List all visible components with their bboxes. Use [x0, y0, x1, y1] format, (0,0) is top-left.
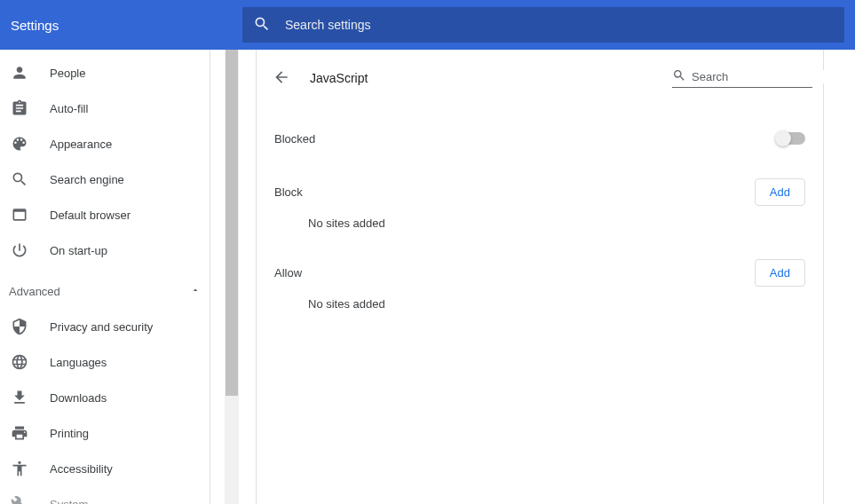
sidebar-item-label: Printing	[50, 427, 89, 440]
sidebar-item-default-browser[interactable]: Default browser	[0, 197, 210, 232]
advanced-toggle[interactable]: Advanced	[0, 273, 210, 309]
sidebar-item-autofill[interactable]: Auto-fill	[0, 91, 210, 126]
app-header: Settings	[0, 0, 855, 50]
block-empty-text: No sites added	[257, 217, 823, 248]
search-icon	[253, 15, 271, 35]
global-search-box[interactable]	[242, 7, 844, 43]
page-title: JavaScript	[310, 71, 368, 85]
browser-icon	[11, 206, 28, 224]
arrow-back-icon	[273, 68, 290, 89]
sidebar-item-label: On start-up	[50, 244, 107, 257]
back-button[interactable]	[267, 64, 296, 92]
globe-icon	[11, 353, 28, 371]
page-search-input[interactable]	[692, 70, 841, 83]
blocked-toggle[interactable]	[777, 132, 805, 145]
sidebar-item-label: Downloads	[50, 391, 107, 405]
sidebar: People Auto-fill Appearance Search engin…	[0, 50, 210, 504]
sidebar-item-people[interactable]: People	[0, 55, 210, 91]
sidebar-item-on-startup[interactable]: On start-up	[0, 232, 210, 268]
content-area: JavaScript Blocked Block Add No sites ad…	[225, 50, 855, 504]
allow-section-title: Allow	[274, 266, 302, 280]
sidebar-item-system[interactable]: System	[0, 486, 210, 504]
printer-icon	[11, 424, 28, 442]
advanced-label: Advanced	[9, 285, 60, 298]
sidebar-item-appearance[interactable]: Appearance	[0, 126, 210, 161]
blocked-label: Blocked	[274, 132, 315, 146]
global-search-input[interactable]	[285, 18, 834, 32]
app-title: Settings	[0, 18, 242, 33]
allow-section-header: Allow Add	[257, 248, 823, 297]
sidebar-item-privacy[interactable]: Privacy and security	[0, 309, 210, 344]
sidebar-item-label: Privacy and security	[50, 320, 153, 334]
allow-empty-text: No sites added	[257, 297, 823, 328]
wrench-icon	[11, 495, 28, 504]
sidebar-item-printing[interactable]: Printing	[0, 415, 210, 451]
sidebar-item-label: People	[50, 67, 85, 80]
add-allow-button[interactable]: Add	[755, 259, 805, 287]
accessibility-icon	[11, 460, 28, 477]
sidebar-item-search-engine[interactable]: Search engine	[0, 161, 210, 197]
sidebar-item-label: Search engine	[50, 173, 124, 186]
chevron-up-icon	[190, 285, 201, 298]
sidebar-item-label: System	[50, 498, 88, 505]
sidebar-item-label: Default browser	[50, 209, 131, 222]
palette-icon	[11, 135, 28, 153]
search-icon	[672, 68, 686, 85]
sidebar-item-label: Auto-fill	[50, 102, 88, 115]
blocked-toggle-row: Blocked	[257, 110, 823, 167]
sidebar-item-label: Appearance	[50, 138, 112, 151]
sidebar-item-label: Accessibility	[50, 462, 113, 476]
page-search-box[interactable]	[672, 68, 812, 88]
sidebar-item-accessibility[interactable]: Accessibility	[0, 451, 210, 486]
block-section-title: Block	[274, 185, 303, 199]
download-icon	[11, 389, 28, 406]
block-section-header: Block Add	[257, 167, 823, 217]
shield-icon	[11, 318, 28, 335]
page-header: JavaScript	[257, 50, 823, 99]
toggle-knob	[775, 130, 791, 146]
sidebar-item-downloads[interactable]: Downloads	[0, 380, 210, 415]
search-icon	[11, 170, 28, 188]
add-block-button[interactable]: Add	[755, 178, 805, 206]
power-icon	[11, 241, 28, 259]
clipboard-icon	[11, 99, 28, 117]
sidebar-item-languages[interactable]: Languages	[0, 344, 210, 380]
person-icon	[11, 64, 28, 82]
sidebar-item-label: Languages	[50, 356, 107, 369]
